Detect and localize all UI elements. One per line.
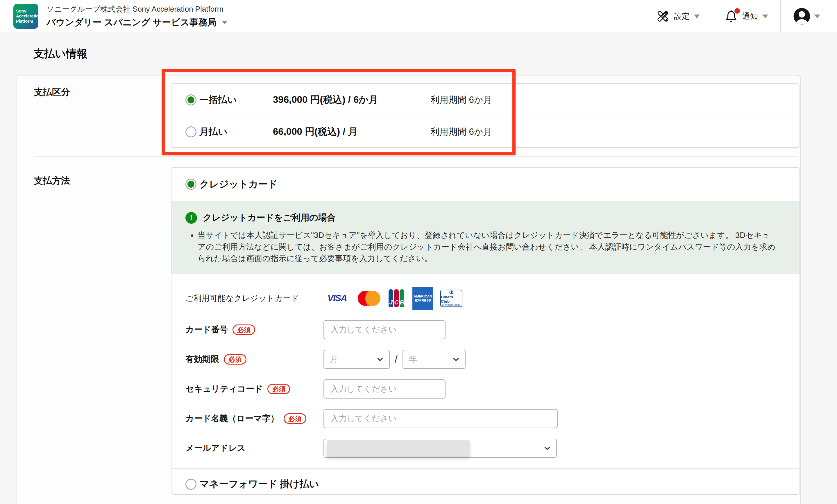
option-label: 月払い bbox=[199, 126, 273, 138]
chevron-down-icon bbox=[762, 15, 768, 18]
security-code-row: セキュリティコード 必須 bbox=[185, 379, 800, 399]
info-icon: ! bbox=[185, 212, 197, 224]
expiry-label: 有効期限 必須 bbox=[185, 354, 323, 365]
expiry-month-select[interactable]: 月 bbox=[323, 350, 390, 369]
section-label-payment-method: 支払方法 bbox=[34, 175, 70, 187]
option-money-forward[interactable]: マネーフォワード 掛け払い bbox=[172, 468, 800, 495]
email-row: メールアドレス bbox=[185, 439, 800, 458]
notification-badge bbox=[734, 8, 740, 14]
jcb-logo-icon: J C B bbox=[387, 288, 406, 308]
diners-club-logo-icon: Diners Club INTERNATIONAL bbox=[440, 290, 462, 307]
notice-title: クレジットカードをご利用の場合 bbox=[203, 212, 336, 224]
payment-method-options: クレジットカード ! クレジットカードをご利用の場合 当サイトでは本人認証サービ… bbox=[171, 167, 800, 495]
card-name-row: カード名義（ローマ字） 必須 bbox=[185, 409, 800, 428]
email-select[interactable] bbox=[323, 439, 557, 458]
company-name: ソニーグループ株式会社 Sony Acceleration Platform bbox=[47, 4, 228, 14]
option-lump-sum-payment[interactable]: 一括払い 396,000 円(税込) / 6か月 利用期間 6か月 bbox=[172, 84, 800, 115]
option-price: 396,000 円(税込) / 6か月 bbox=[273, 93, 430, 106]
expiry-separator: / bbox=[395, 353, 397, 365]
jcb-letter: C bbox=[394, 289, 399, 307]
available-cards-row: ご利用可能なクレジットカード VISA J C B AMERICAN EXPRE… bbox=[185, 287, 800, 310]
org-switcher[interactable]: バウンダリー スパニング サービス事務局 bbox=[47, 16, 228, 29]
security-code-input[interactable] bbox=[323, 379, 446, 399]
mastercard-logo-icon bbox=[358, 290, 380, 307]
page-title: 支払い情報 bbox=[33, 47, 88, 61]
notice-header: ! クレジットカードをご利用の場合 bbox=[185, 212, 782, 224]
radio-button-unselected[interactable] bbox=[185, 479, 196, 490]
notification-bell-icon bbox=[725, 10, 738, 23]
radio-button-selected[interactable] bbox=[185, 179, 196, 190]
header-titles: ソニーグループ株式会社 Sony Acceleration Platform バ… bbox=[47, 4, 228, 29]
option-usage-period: 利用期間 6か月 bbox=[430, 94, 492, 106]
required-badge: 必須 bbox=[232, 324, 255, 335]
chevron-down-icon bbox=[544, 445, 551, 452]
diners-text: Diners Club bbox=[441, 295, 462, 304]
option-monthly-payment[interactable]: 月払い 66,000 円(税込) / 月 利用期間 6か月 bbox=[172, 115, 800, 147]
logo-text-line: Sony bbox=[16, 9, 38, 14]
credit-card-form: ご利用可能なクレジットカード VISA J C B AMERICAN EXPRE… bbox=[172, 274, 800, 458]
settings-menu[interactable]: 設定 bbox=[644, 0, 712, 33]
visa-logo-icon: VISA bbox=[323, 292, 351, 305]
notifications-menu[interactable]: 通知 bbox=[712, 0, 780, 33]
logo-text-line: Platform bbox=[16, 19, 38, 24]
required-badge: 必須 bbox=[224, 354, 247, 364]
chevron-down-icon bbox=[452, 356, 460, 363]
notice-body: 当サイトでは本人認証サービス"3Dセキュア"を導入しており、登録されていない場合… bbox=[198, 230, 776, 264]
expiry-row: 有効期限 必須 月 / 年 bbox=[185, 350, 800, 369]
chevron-down-icon bbox=[694, 15, 700, 18]
logo-text-line: Acceleration bbox=[16, 14, 38, 19]
option-label: 一括払い bbox=[199, 93, 273, 106]
diners-text: INTERNATIONAL bbox=[442, 304, 460, 306]
jcb-letter: J bbox=[389, 289, 393, 307]
expiry-year-select[interactable]: 年 bbox=[403, 350, 466, 369]
amex-text: EXPRESS bbox=[415, 298, 431, 302]
jcb-letter: B bbox=[399, 289, 404, 307]
radio-button-unselected[interactable] bbox=[185, 126, 196, 138]
option-label: マネーフォワード 掛け払い bbox=[199, 478, 319, 491]
diners-circle-glyph bbox=[448, 290, 454, 294]
card-number-row: カード番号 必須 bbox=[185, 320, 800, 339]
card-number-input[interactable] bbox=[323, 320, 446, 339]
sony-acceleration-platform-logo[interactable]: Sony Acceleration Platform bbox=[13, 4, 38, 29]
card-name-input[interactable] bbox=[323, 409, 558, 428]
settings-label: 設定 bbox=[674, 11, 690, 21]
security-code-label: セキュリティコード 必須 bbox=[185, 383, 323, 395]
settings-icon bbox=[656, 10, 670, 23]
option-credit-card[interactable]: クレジットカード bbox=[172, 168, 800, 201]
required-badge: 必須 bbox=[267, 384, 290, 394]
chevron-down-icon bbox=[814, 15, 820, 18]
email-label: メールアドレス bbox=[185, 443, 323, 454]
option-price: 66,000 円(税込) / 月 bbox=[273, 125, 430, 138]
app-header: Sony Acceleration Platform ソニーグループ株式会社 S… bbox=[0, 0, 837, 33]
option-label: クレジットカード bbox=[199, 178, 278, 191]
header-brand: Sony Acceleration Platform ソニーグループ株式会社 S… bbox=[0, 4, 228, 29]
section-divider bbox=[34, 156, 798, 157]
option-usage-period: 利用期間 6か月 bbox=[430, 126, 492, 138]
amex-text: AMERICAN bbox=[413, 294, 432, 298]
radio-button-selected[interactable] bbox=[185, 94, 196, 105]
avatar-icon bbox=[793, 7, 811, 25]
section-label-payment-division: 支払区分 bbox=[34, 86, 70, 98]
credit-card-notice: ! クレジットカードをご利用の場合 当サイトでは本人認証サービス"3Dセキュア"… bbox=[172, 201, 800, 274]
payment-division-options: 一括払い 396,000 円(税込) / 6か月 利用期間 6か月 月払い 66… bbox=[171, 83, 800, 148]
card-number-label: カード番号 必須 bbox=[185, 324, 323, 336]
redacted-email-value bbox=[327, 440, 470, 456]
notifications-label: 通知 bbox=[742, 11, 758, 21]
payment-info-card: 支払区分 一括払い 396,000 円(税込) / 6か月 利用期間 6か月 月… bbox=[17, 75, 801, 504]
account-menu[interactable] bbox=[780, 0, 837, 33]
amex-logo-icon: AMERICAN EXPRESS bbox=[412, 287, 433, 310]
card-name-label: カード名義（ローマ字） 必須 bbox=[185, 413, 323, 425]
required-badge: 必須 bbox=[284, 413, 306, 424]
available-cards-label: ご利用可能なクレジットカード bbox=[185, 293, 323, 304]
chevron-down-icon bbox=[222, 21, 228, 24]
chevron-down-icon bbox=[376, 356, 384, 363]
org-name: バウンダリー スパニング サービス事務局 bbox=[47, 16, 216, 29]
header-actions: 設定 通知 bbox=[644, 0, 837, 33]
card-brand-logos: VISA J C B AMERICAN EXPRESS bbox=[323, 287, 462, 310]
